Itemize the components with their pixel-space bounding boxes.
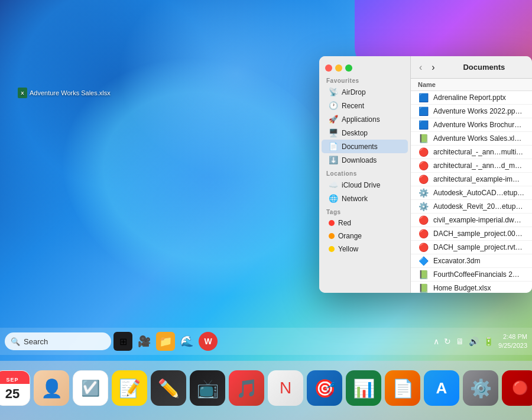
dock-icon-systemprefs[interactable]: ⚙️	[463, 370, 498, 406]
file-name: Autodesk_Revit_20…etup…	[433, 202, 525, 211]
music-icon: 🎵	[236, 378, 258, 399]
tag-dot-yellow	[329, 246, 335, 252]
finder-file-list[interactable]: Name 🟦 Adrenaline Report.pptx 🟦 Adventur…	[411, 79, 532, 293]
sidebar-item-tag-orange[interactable]: Orange	[322, 230, 408, 243]
back-button[interactable]: ‹	[417, 61, 424, 74]
file-row[interactable]: 📗 Home Budget.xlsx	[411, 282, 532, 293]
desktop-file[interactable]: X Adventure Works Sales.xlsx	[18, 88, 111, 98]
clock-date: 9/25/2023	[498, 341, 527, 350]
sidebar-item-label: Network	[342, 195, 368, 203]
minimize-button[interactable]	[335, 64, 342, 72]
file-icon: 📗	[418, 134, 429, 143]
dock-icon-appstore[interactable]: A	[424, 370, 459, 406]
file-row[interactable]: ⚙️ Autodesk_Revit_20…etup…	[411, 200, 532, 214]
taskbar-zoom[interactable]: 🎥	[135, 332, 154, 351]
dock-icon-microsoft[interactable]: 🔴	[502, 370, 532, 406]
sidebar-item-tag-red[interactable]: Red	[322, 217, 408, 230]
applications-icon: 🚀	[329, 115, 338, 124]
sidebar-item-label: Yellow	[338, 245, 358, 253]
file-row[interactable]: 🟦 Adrenaline Report.pptx	[411, 91, 532, 105]
dock-icon-reminders[interactable]: ☑️	[73, 370, 108, 406]
close-button[interactable]	[325, 64, 332, 72]
file-icon: 🔴	[418, 243, 429, 252]
dock-icon-numbers[interactable]: 📊	[346, 370, 381, 406]
sidebar-item-airdrop[interactable]: 📡 AirDrop	[322, 85, 408, 99]
maximize-button[interactable]	[345, 64, 352, 72]
pages-icon: 📄	[392, 378, 414, 399]
clock-time: 2:48 PM	[498, 332, 527, 341]
zoom-icon: 🎥	[138, 335, 151, 348]
airdrop-icon: 📡	[329, 88, 338, 96]
sidebar-item-applications[interactable]: 🚀 Applications	[322, 112, 408, 126]
dock-icon-keynote[interactable]: 🎯	[307, 370, 342, 406]
file-icon: 🟦	[418, 93, 429, 102]
file-row[interactable]: 🔴 architectural_-_ann…multi…	[411, 146, 532, 159]
search-label: Search	[24, 337, 48, 346]
file-row[interactable]: 🔴 architectural_example-im…	[411, 173, 532, 186]
sidebar-item-documents[interactable]: 📄 Documents	[322, 140, 408, 153]
file-row[interactable]: 🔴 DACH_sample_project.00…	[411, 227, 532, 241]
notes-icon: 📝	[119, 378, 141, 399]
dock-icon-calendar[interactable]: SEP 25	[0, 370, 30, 406]
reminders-icon: ☑️	[81, 379, 100, 398]
calendar-month: SEP	[0, 377, 30, 383]
taskbar-wps[interactable]: W	[199, 332, 218, 351]
file-name: architectural_example-im…	[433, 175, 525, 183]
dock-icon-music[interactable]: 🎵	[229, 370, 264, 406]
file-row[interactable]: ⚙️ Autodesk_AutoCAD…etup…	[411, 186, 532, 200]
sidebar-item-network[interactable]: 🌐 Network	[322, 192, 408, 205]
sidebar-item-tag-yellow[interactable]: Yellow	[322, 243, 408, 256]
file-name: Adventure Works Brochur…	[433, 121, 525, 129]
finder-toolbar: ‹ › Documents	[411, 56, 532, 79]
dock-icon-contacts[interactable]: 👤	[34, 370, 69, 406]
taskbar-edge[interactable]: 🌊	[177, 332, 196, 351]
chevron-up-icon[interactable]: ∧	[433, 337, 439, 346]
refresh-icon[interactable]: ↻	[444, 337, 451, 346]
forward-button[interactable]: ›	[429, 61, 437, 74]
file-row[interactable]: 🔴 civil_example-imperial.dw…	[411, 214, 532, 227]
dock: 📹 SEP 25 👤 ☑️ 📝 ✏️ 📺 🎵 N 🎯 📊 📄	[0, 361, 532, 420]
dock-icon-tv[interactable]: 📺	[190, 370, 225, 406]
file-row[interactable]: 📗 Adventure Works Sales.xls…	[411, 132, 532, 146]
dock-icon-freeform[interactable]: ✏️	[151, 370, 186, 406]
dock-icon-notes[interactable]: 📝	[112, 370, 147, 406]
file-row[interactable]: 🔴 architectural_-_ann…d_m…	[411, 159, 532, 173]
systemprefs-icon: ⚙️	[470, 378, 492, 399]
desktop-icon: 🖥️	[329, 128, 338, 137]
file-icon: 🟦	[418, 106, 429, 116]
excel-icon: X	[18, 88, 27, 98]
display-icon[interactable]: 🖥	[456, 337, 464, 346]
battery-icon[interactable]: 🔋	[484, 337, 494, 346]
sidebar-item-label: Recent	[342, 102, 364, 110]
sidebar-item-recent[interactable]: 🕐 Recent	[322, 99, 408, 112]
file-row[interactable]: 📗 FourthCoffeeFinancials 2…	[411, 268, 532, 282]
taskbar: 🔍 Search ⊞ 🎥 📁 🌊 W ∧ ↻ 🖥 🔊 🔋 2:48 PM 9/2…	[0, 328, 532, 355]
file-name: Adrenaline Report.pptx	[433, 93, 525, 102]
finder-main: ‹ › Documents Name 🟦 Adrenaline Report.p…	[411, 56, 532, 293]
taskbar-files[interactable]: 📁	[156, 332, 175, 351]
tag-dot-orange	[329, 233, 335, 239]
file-name: Home Budget.xlsx	[433, 284, 525, 292]
network-icon: 🌐	[329, 194, 338, 203]
wps-icon: W	[204, 337, 212, 346]
search-bar[interactable]: 🔍 Search	[5, 332, 111, 350]
freeform-icon: ✏️	[158, 378, 180, 399]
edge-icon: 🌊	[180, 335, 193, 348]
favourites-section-label: Favourites	[319, 74, 410, 85]
file-icon: 🔴	[418, 161, 429, 170]
file-name: DACH_sample_project.rvt…	[433, 243, 525, 251]
dock-icon-pages[interactable]: 📄	[385, 370, 420, 406]
file-row[interactable]: 🟦 Adventure Works Brochur…	[411, 118, 532, 132]
sidebar-item-desktop[interactable]: 🖥️ Desktop	[322, 126, 408, 140]
desktop-file-name: Adventure Works Sales.xlsx	[30, 89, 111, 96]
file-row[interactable]: 🟦 Adventure Works 2022.pp…	[411, 105, 532, 118]
file-row[interactable]: 🔴 DACH_sample_project.rvt…	[411, 241, 532, 254]
dock-icon-news[interactable]: N	[268, 370, 303, 406]
name-column-header: Name	[418, 81, 436, 88]
volume-icon[interactable]: 🔊	[469, 337, 479, 346]
sidebar-item-downloads[interactable]: ⬇️ Downloads	[322, 153, 408, 167]
sidebar-item-icloud[interactable]: ☁️ iCloud Drive	[322, 178, 408, 192]
file-row[interactable]: 🔷 Excavator.3dm	[411, 254, 532, 268]
taskbar-task-view[interactable]: ⊞	[113, 332, 132, 351]
sidebar-item-label: iCloud Drive	[342, 181, 380, 189]
